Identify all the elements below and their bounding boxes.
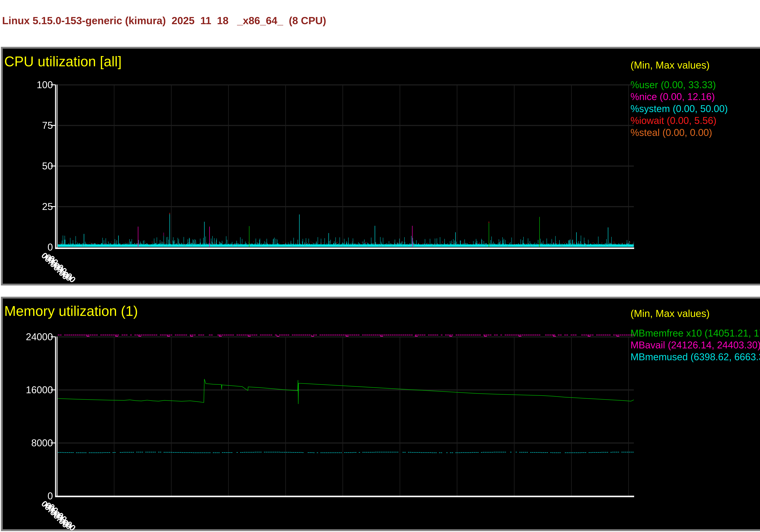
memory-ytickmark-8000	[51, 443, 55, 443]
cpu-x-time-labels: 00:00:00 00:00:00 00:00:00	[46, 251, 48, 252]
cpu-y-axis-gap	[56, 84, 57, 248]
cpu-ytickmark-25	[51, 206, 55, 207]
memory-x-time-labels: 00:00:00 00:00:00 00:00:00	[46, 499, 48, 500]
memory-utilization-plot	[58, 334, 634, 497]
cpu-legend-user: %user (0.00, 33.33)	[631, 79, 716, 91]
cpu-legend-steal: %steal (0.00, 0.00)	[631, 126, 712, 139]
cpu-utilization-plot	[58, 84, 634, 248]
cpu-legend-iowait: %iowait (0.00, 5.56)	[631, 115, 717, 126]
cpu-x-axis	[55, 247, 634, 249]
memory-ytick-16000: 16000	[4, 383, 53, 397]
cpu-legend-system: %system (0.00, 50.00)	[631, 103, 728, 115]
memory-ytickmark-16000	[51, 389, 55, 390]
cpu-ytick-100: 100	[4, 78, 53, 91]
cpu-hostname-stamp: kimura	[687, 236, 760, 247]
cpu-ytick-25: 25	[4, 200, 53, 213]
memory-date-stamp: 2025 11 18	[687, 491, 760, 503]
memory-legend-memfree: MBmemfree x10 (14051.21, 17617.85)	[631, 327, 760, 339]
memory-legend-memused: MBmemused (6398.62, 6663.34)	[631, 351, 760, 363]
cpu-ytickmark-75	[51, 125, 55, 126]
memory-ytick-24000: 24000	[4, 330, 53, 344]
memory-legend-avail: MBavail (24126.14, 24403.30)	[631, 339, 760, 351]
memory-ytickmark-24000	[51, 336, 55, 337]
cpu-ytick-50: 50	[4, 159, 53, 173]
memory-legend-title: (Min, Max values)	[631, 308, 710, 319]
sar-report-page: { "header": {"title": "Linux 5.15.0-153-…	[0, 0, 760, 532]
cpu-panel-title: CPU utilization [all]	[4, 54, 121, 70]
report-header: Linux 5.15.0-153-generic (kimura) 2025 1…	[2, 15, 326, 26]
memory-x-axis	[55, 496, 634, 497]
cpu-date-stamp: 2025 11 18	[687, 247, 760, 258]
cpu-ytick-75: 75	[4, 119, 53, 132]
cpu-ytickmark-100	[51, 84, 55, 85]
memory-panel-title: Memory utilization (1)	[4, 303, 138, 319]
cpu-legend-nice: %nice (0.00, 12.16)	[631, 91, 715, 103]
memory-ytick-8000: 8000	[4, 436, 53, 450]
memory-y-axis-gap	[56, 337, 57, 497]
cpu-ytickmark-50	[51, 166, 55, 167]
cpu-legend-title: (Min, Max values)	[631, 59, 710, 71]
memory-hostname-stamp: kimura	[687, 480, 760, 492]
